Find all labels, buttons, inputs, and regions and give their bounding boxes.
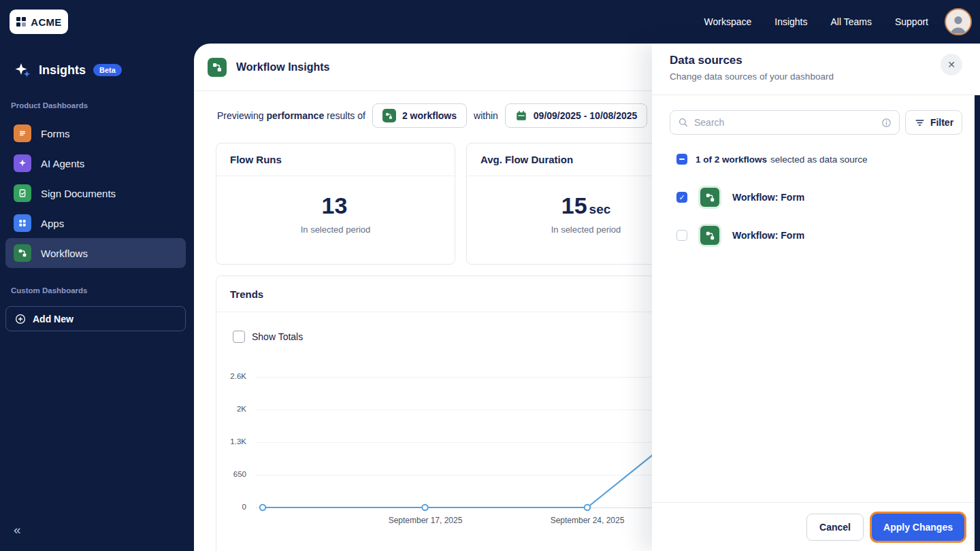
sidebar-item-label: Forms	[41, 128, 70, 139]
add-new-label: Add New	[33, 314, 74, 324]
sidebar-item-label: Workflows	[41, 248, 88, 259]
search-icon	[677, 116, 689, 129]
apps-icon	[14, 214, 31, 232]
stat-title: Flow Runs	[216, 144, 455, 176]
top-bar: ACME Workspace Insights All Teams Suppor…	[0, 0, 980, 44]
search-box	[670, 110, 900, 135]
add-new-button[interactable]: Add New	[5, 306, 186, 331]
acme-logo: ACME	[10, 10, 68, 34]
sign-documents-icon	[14, 184, 31, 202]
ai-agents-icon	[14, 154, 31, 172]
panel-title: Data sources	[670, 54, 962, 67]
workflows-select-label: 2 workflows	[402, 110, 457, 121]
sidebar-title: Insights	[39, 63, 86, 78]
panel-footer: Cancel Apply Changes	[652, 502, 980, 551]
sidebar-item-workflows[interactable]: Workflows	[5, 238, 186, 268]
panel-search-row: Filter	[670, 110, 962, 135]
show-totals-row: Show Totals	[233, 331, 303, 343]
app-root: ACME Workspace Insights All Teams Suppor…	[0, 0, 980, 551]
filter-icon	[914, 117, 926, 129]
data-sources-panel: Data sources Change data sources of your…	[652, 44, 980, 551]
nav-insights[interactable]: Insights	[774, 16, 807, 27]
sidebar-item-label: Apps	[41, 218, 64, 229]
x-tick-label: September 17, 2025	[368, 516, 483, 525]
workflow-icon	[208, 58, 227, 77]
panel-subtitle: Change data sources of your dashboard	[670, 71, 962, 82]
nav-support[interactable]: Support	[895, 16, 928, 27]
panel-header: Data sources Change data sources of your…	[652, 44, 980, 95]
acme-logo-icon	[16, 16, 27, 27]
close-icon[interactable]: ✕	[941, 54, 962, 76]
workflow-checkbox-0[interactable]	[676, 192, 687, 203]
top-nav: Workspace Insights All Teams Support	[704, 16, 928, 27]
date-range-label: 09/09/2025 - 10/08/2025	[534, 110, 638, 121]
logo-text: ACME	[31, 16, 61, 28]
calendar-icon	[515, 110, 527, 122]
workflow-row[interactable]: Workflow: Form	[676, 184, 962, 211]
workflow-row[interactable]: Workflow: Form	[676, 222, 962, 249]
stat-value: 13	[322, 193, 348, 218]
y-tick-label: 1.3K	[216, 437, 246, 446]
preview-controls: Previewing performance results of 2 work…	[217, 103, 647, 128]
y-tick-label: 2K	[216, 405, 246, 413]
workflow-row-label: Workflow: Form	[732, 192, 804, 203]
apply-changes-button[interactable]: Apply Changes	[872, 514, 964, 541]
sidebar-item-label: Sign Documents	[41, 188, 116, 199]
show-totals-label: Show Totals	[252, 331, 303, 342]
workflow-icon	[14, 244, 31, 262]
page-edge-strip	[975, 95, 980, 551]
workflow-checkbox-1[interactable]	[676, 230, 687, 241]
sidebar-item-sign-documents[interactable]: Sign Documents	[5, 178, 186, 208]
collapse-sidebar-icon[interactable]: «	[14, 522, 21, 537]
filter-button[interactable]: Filter	[905, 110, 962, 135]
select-all-checkbox[interactable]	[676, 154, 687, 165]
stat-card-flow-runs: Flow Runs 13 In selected period	[216, 143, 455, 265]
user-avatar[interactable]	[945, 8, 972, 35]
workflow-icon	[382, 109, 396, 122]
preview-text: Previewing performance results of	[217, 110, 365, 121]
selection-text: selected as data source	[770, 154, 868, 165]
y-tick-label: 0	[216, 503, 246, 511]
sidebar: Insights Beta Product Dashboards Forms A…	[0, 44, 194, 551]
date-range-button[interactable]: 09/09/2025 - 10/08/2025	[505, 103, 648, 128]
workflow-icon	[698, 186, 721, 209]
stat-value: 15	[561, 193, 587, 218]
section-label-product-dashboards: Product Dashboards	[11, 101, 88, 110]
sidebar-item-ai-agents[interactable]: AI Agents	[5, 148, 186, 178]
info-icon	[881, 117, 892, 129]
forms-icon	[14, 124, 31, 142]
stat-unit: sec	[589, 202, 611, 216]
show-totals-checkbox[interactable]	[233, 331, 245, 343]
sidebar-menu: Forms AI Agents Sign Documents Apps	[5, 118, 186, 268]
stat-caption: In selected period	[216, 224, 455, 235]
sidebar-item-label: AI Agents	[41, 158, 84, 169]
filter-label: Filter	[930, 117, 953, 128]
within-label: within	[474, 110, 498, 121]
plus-circle-icon	[14, 313, 27, 325]
x-tick-label: September 24, 2025	[529, 516, 645, 525]
person-icon	[947, 12, 970, 34]
workflows-select-button[interactable]: 2 workflows	[372, 103, 467, 128]
page-title: Workflow Insights	[236, 61, 329, 73]
nav-all-teams[interactable]: All Teams	[831, 16, 872, 27]
workflow-icon	[698, 224, 721, 247]
section-label-custom-dashboards: Custom Dashboards	[11, 286, 87, 295]
cancel-button[interactable]: Cancel	[806, 514, 864, 541]
sidebar-item-forms[interactable]: Forms	[5, 118, 186, 148]
y-tick-label: 2.6K	[216, 372, 246, 380]
nav-workspace[interactable]: Workspace	[704, 16, 751, 27]
workflow-row-label: Workflow: Form	[732, 230, 804, 241]
search-input[interactable]	[694, 117, 876, 128]
selection-summary-row: 1 of 2 workflows selected as data source	[676, 154, 868, 165]
beta-badge: Beta	[93, 64, 122, 76]
insights-icon	[14, 61, 31, 79]
y-tick-label: 650	[216, 470, 246, 478]
selection-count: 1 of 2 workflows	[696, 154, 767, 165]
sidebar-header: Insights Beta	[14, 61, 122, 79]
sidebar-item-apps[interactable]: Apps	[5, 208, 186, 238]
